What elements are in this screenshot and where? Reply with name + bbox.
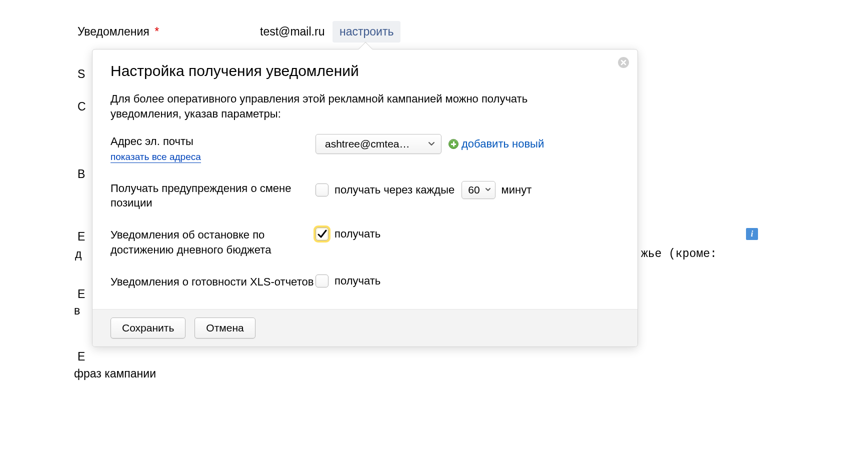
add-new-email-link[interactable]: добавить новый <box>448 138 544 150</box>
position-row: Получать предупреждения о смене позиции … <box>110 181 620 210</box>
notifications-email: test@mail.ru <box>260 25 324 38</box>
bg-text: Е <box>78 230 85 244</box>
cancel-button[interactable]: Отмена <box>194 318 255 338</box>
modal-intro: Для более оперативного управления этой р… <box>110 92 550 121</box>
configure-button[interactable]: настроить <box>332 21 400 42</box>
show-all-addresses-link[interactable]: показать все адреса <box>110 152 201 163</box>
bg-text: д <box>75 248 82 261</box>
notifications-label: Уведомления * <box>78 25 159 38</box>
position-checkbox[interactable] <box>316 184 328 196</box>
budget-row: Уведомления об остановке по достижению д… <box>110 228 620 257</box>
bg-text: С <box>78 100 86 114</box>
budget-cb-label: получать <box>334 228 380 240</box>
email-label: Адрес эл. почты <box>110 134 316 149</box>
budget-label: Уведомления об остановке по достижению д… <box>110 228 316 257</box>
close-icon[interactable] <box>618 56 630 68</box>
notifications-modal: Настройка получения уведомлений Для боле… <box>92 49 638 347</box>
bg-text-phrase: фраз кампании <box>74 367 156 380</box>
position-cb-label: получать через каждые <box>334 184 454 196</box>
interval-value: 60 <box>468 184 480 196</box>
bg-text: в <box>74 304 80 318</box>
bg-text: Е <box>78 350 85 364</box>
bg-text: S <box>78 68 85 81</box>
add-new-label: добавить новый <box>462 138 544 150</box>
required-mark: * <box>154 25 159 38</box>
email-select[interactable]: ashtree@cmtea… <box>316 134 442 154</box>
xls-row: Уведомления о готовности XLS-отчетов пол… <box>110 274 620 290</box>
bg-text: Е <box>78 288 85 301</box>
notifications-row: Уведомления * <box>78 25 778 38</box>
xls-checkbox[interactable] <box>316 274 328 288</box>
email-row: Адрес эл. почты показать все адреса asht… <box>110 134 620 164</box>
bg-text: В <box>78 168 85 181</box>
xls-cb-label: получать <box>334 274 380 288</box>
chevron-down-icon <box>428 142 435 146</box>
email-select-value: ashtree@cmtea… <box>325 138 410 150</box>
save-button[interactable]: Сохранить <box>110 318 186 338</box>
plus-icon <box>448 139 458 149</box>
budget-checkbox[interactable] <box>316 228 328 240</box>
modal-footer: Сохранить Отмена <box>92 309 638 346</box>
position-label: Получать предупреждения о смене позиции <box>110 181 316 210</box>
interval-unit: минут <box>502 184 532 196</box>
chevron-down-icon <box>485 188 491 192</box>
interval-select[interactable]: 60 <box>462 181 495 199</box>
bg-text-suffix: жье (кроме: <box>641 248 717 260</box>
info-icon[interactable]: i <box>746 228 758 240</box>
xls-label: Уведомления о готовности XLS-отчетов <box>110 274 316 290</box>
modal-title: Настройка получения уведомлений <box>110 62 620 80</box>
